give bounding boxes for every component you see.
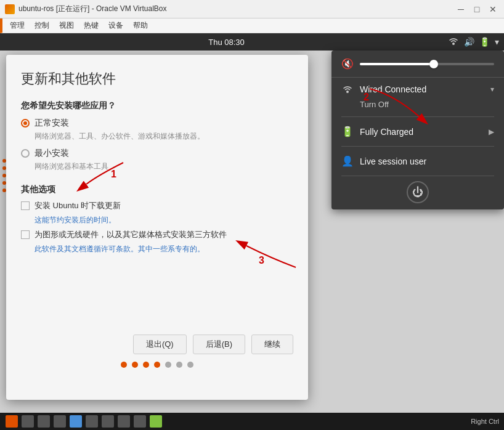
normal-install-option[interactable]: 正常安装 bbox=[21, 118, 293, 129]
taskbar-icon-5[interactable] bbox=[70, 415, 82, 428]
window-title: ubuntu-ros [正在运行] - Oracle VM VirtualBox bbox=[18, 4, 455, 14]
taskbar-icon-8[interactable] bbox=[118, 415, 130, 428]
battery-row[interactable]: 🔋 Fully Charged ▶ bbox=[341, 122, 494, 141]
step-dot-6 bbox=[176, 362, 182, 368]
wired-icon bbox=[341, 84, 354, 95]
download-updates-sublabel: 这能节约安装后的时间。 bbox=[35, 215, 293, 225]
normal-install-radio[interactable] bbox=[21, 119, 30, 128]
power-icon: ⏻ bbox=[412, 186, 423, 199]
volume-slider-thumb[interactable] bbox=[429, 60, 438, 68]
annotation-3: 3 bbox=[259, 255, 264, 266]
download-updates-checkbox[interactable] bbox=[21, 201, 30, 210]
battery-label: Fully Charged bbox=[360, 127, 489, 137]
volume-slider-fill bbox=[360, 63, 434, 65]
installer-footer: 退出(Q) 后退(B) 继续 bbox=[21, 328, 293, 354]
wired-label: Wired Connected bbox=[360, 84, 490, 94]
taskbar-icon-10[interactable] bbox=[150, 415, 162, 428]
power-button-container: ⏻ bbox=[331, 181, 504, 203]
volume-icon[interactable]: 🔊 bbox=[464, 37, 474, 47]
taskbar-icon-4[interactable] bbox=[54, 415, 66, 428]
installer-section-title: 您希望先安装哪些应用？ bbox=[21, 100, 293, 112]
minimal-install-radio[interactable] bbox=[21, 149, 30, 158]
ubuntu-taskbar: Right Ctrl bbox=[0, 413, 504, 430]
battery-arrow-icon: ▶ bbox=[489, 128, 494, 136]
step-dots bbox=[21, 362, 293, 368]
volume-slider-track[interactable] bbox=[360, 63, 494, 65]
step-dot-5 bbox=[165, 362, 171, 368]
svg-point-1 bbox=[346, 91, 349, 93]
virtualbox-titlebar: ubuntu-ros [正在运行] - Oracle VM VirtualBox… bbox=[0, 0, 504, 18]
third-party-checkbox[interactable] bbox=[21, 230, 30, 239]
third-party-sublabel: 此软件及其文档遵循许可条款。其中一些系专有的。 bbox=[35, 244, 293, 254]
battery-tray-icon: 🔋 bbox=[341, 126, 354, 137]
vm-display: Thu 08:30 🔊 🔋 ▾ bbox=[0, 33, 504, 430]
back-button[interactable]: 后退(B) bbox=[193, 335, 245, 354]
tray-divider-2 bbox=[341, 146, 494, 147]
battery-icon[interactable]: 🔋 bbox=[479, 37, 490, 47]
volume-section: 🔇 bbox=[331, 51, 504, 78]
menu-view[interactable]: 视图 bbox=[54, 19, 79, 32]
virtualbox-icon bbox=[5, 4, 15, 14]
tray-divider-3 bbox=[341, 176, 494, 176]
wired-section: Wired Connected ▾ Turn Off bbox=[331, 78, 504, 114]
user-label: Live session user bbox=[360, 156, 494, 166]
ubuntu-desktop: Thu 08:30 🔊 🔋 ▾ bbox=[0, 33, 504, 430]
tray-divider-1 bbox=[341, 116, 494, 117]
annotation-2: 2 bbox=[364, 92, 369, 103]
step-dot-2 bbox=[132, 362, 138, 368]
sidebar-dots bbox=[0, 156, 6, 195]
taskbar-icon-1[interactable] bbox=[6, 415, 18, 428]
battery-section: 🔋 Fully Charged ▶ bbox=[331, 120, 504, 144]
normal-install-sublabel: 网络浏览器、工具、办公软件、游戏和媒体播放器。 bbox=[35, 131, 293, 142]
wired-arrow-icon: ▾ bbox=[490, 85, 494, 94]
maximize-button[interactable]: □ bbox=[471, 3, 483, 15]
system-tray-popup: 🔇 Wired Connected bbox=[331, 51, 504, 209]
virtualbox-menubar: 管理 控制 视图 热键 设备 帮助 bbox=[0, 18, 504, 33]
third-party-label: 为图形或无线硬件，以及其它媒体格式安装第三方软件 bbox=[35, 229, 227, 240]
taskbar-right-text: Right Ctrl bbox=[471, 418, 499, 425]
user-row[interactable]: 👤 Live session user bbox=[341, 152, 494, 171]
menu-devices[interactable]: 设备 bbox=[104, 19, 128, 32]
power-button[interactable]: ⏻ bbox=[407, 181, 429, 203]
topbar-arrow-icon[interactable]: ▾ bbox=[495, 37, 499, 47]
ubuntu-topbar: Thu 08:30 🔊 🔋 ▾ bbox=[0, 33, 504, 51]
menu-help[interactable]: 帮助 bbox=[128, 19, 153, 32]
menu-manage[interactable]: 管理 bbox=[5, 19, 30, 32]
step-dot-3 bbox=[143, 362, 149, 368]
annotation-1: 1 bbox=[111, 169, 116, 180]
taskbar-icon-7[interactable] bbox=[102, 415, 114, 428]
installer-body: 更新和其他软件 您希望先安装哪些应用？ 正常安装 网络浏览器、工具、办公软件、游… bbox=[6, 55, 308, 378]
step-dot-1 bbox=[121, 362, 127, 368]
third-party-option[interactable]: 为图形或无线硬件，以及其它媒体格式安装第三方软件 bbox=[21, 229, 293, 240]
quit-button[interactable]: 退出(Q) bbox=[133, 335, 187, 354]
continue-button[interactable]: 继续 bbox=[251, 335, 293, 354]
topbar-right: 🔊 🔋 ▾ bbox=[448, 36, 499, 49]
minimize-button[interactable]: ─ bbox=[455, 3, 467, 15]
taskbar-icon-2[interactable] bbox=[22, 415, 34, 428]
installer-window: 更新和其他软件 您希望先安装哪些应用？ 正常安装 网络浏览器、工具、办公软件、游… bbox=[6, 55, 308, 400]
normal-install-label: 正常安装 bbox=[35, 118, 69, 129]
user-section: 👤 Live session user bbox=[331, 149, 504, 173]
taskbar-icon-9[interactable] bbox=[134, 415, 146, 428]
download-updates-option[interactable]: 安装 Ubuntu 时下载更新 bbox=[21, 200, 293, 211]
close-button[interactable]: ✕ bbox=[487, 3, 499, 15]
installer-main-title: 更新和其他软件 bbox=[21, 70, 293, 88]
menu-hotkeys[interactable]: 热键 bbox=[79, 19, 104, 32]
minimal-install-sublabel: 网络浏览器和基本工具 bbox=[35, 161, 293, 172]
user-icon: 👤 bbox=[341, 155, 354, 167]
window-controls: ─ □ ✕ bbox=[455, 3, 499, 15]
step-dot-7 bbox=[187, 362, 193, 368]
step-dot-4 bbox=[154, 362, 160, 368]
taskbar-icon-6[interactable] bbox=[86, 415, 98, 428]
other-options-title: 其他选项 bbox=[21, 184, 293, 195]
volume-mute-icon[interactable]: 🔇 bbox=[341, 58, 354, 70]
menu-control[interactable]: 控制 bbox=[30, 19, 54, 32]
topbar-datetime[interactable]: Thu 08:30 bbox=[208, 38, 245, 47]
taskbar-icon-3[interactable] bbox=[38, 415, 50, 428]
svg-point-0 bbox=[452, 43, 455, 45]
network-icon[interactable] bbox=[448, 36, 459, 49]
minimal-install-label: 最小安装 bbox=[35, 148, 69, 159]
minimal-install-option[interactable]: 最小安装 bbox=[21, 148, 293, 159]
download-updates-label: 安装 Ubuntu 时下载更新 bbox=[35, 200, 121, 211]
